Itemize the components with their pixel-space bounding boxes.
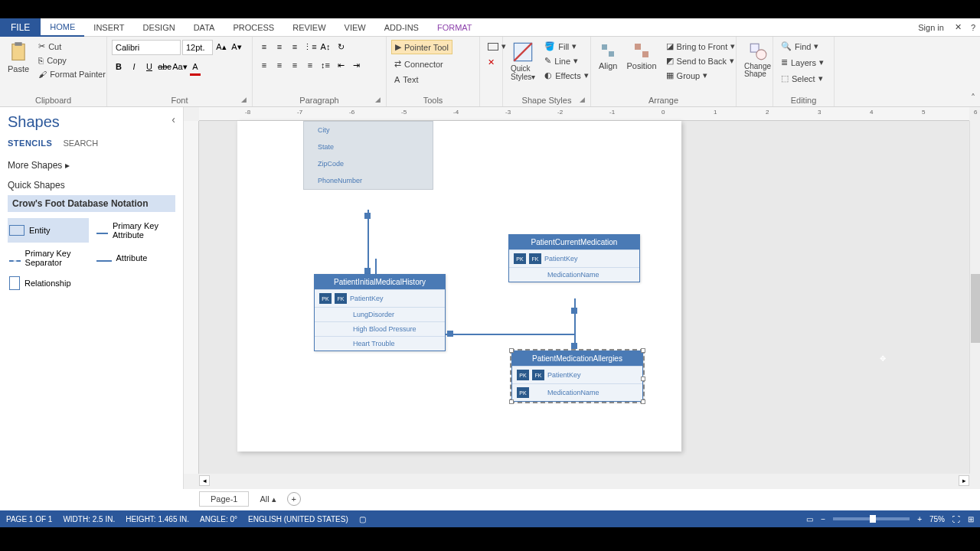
zoom-slider[interactable] [833, 517, 910, 520]
align-right-button[interactable]: ≡ [288, 58, 302, 72]
align-button[interactable]: Align [596, 40, 620, 72]
cut-button[interactable]: ✂Cut [35, 40, 109, 53]
find-button[interactable]: 🔍Find▾ [778, 40, 822, 53]
stencils-tab[interactable]: STENCILS [8, 139, 52, 148]
shape-pk-attribute[interactable]: Primary Key Attribute [95, 218, 176, 243]
status-language[interactable]: ENGLISH (UNITED STATES) [248, 515, 348, 523]
page-tab-1[interactable]: Page-1 [199, 491, 249, 507]
case-button[interactable]: Aa▾ [173, 60, 187, 73]
text-tool-button[interactable]: AText [391, 73, 422, 86]
shapes-panel-collapse[interactable]: ‹ [172, 113, 175, 126]
selection-handle[interactable] [509, 399, 514, 404]
font-name-combo[interactable] [112, 40, 181, 55]
scrollbar-vertical[interactable] [969, 121, 980, 474]
entity-current-medication[interactable]: PatientCurrentMedication PKFKPatientKey … [508, 234, 640, 282]
font-size-combo[interactable] [182, 40, 213, 55]
tab-data[interactable]: DATA [185, 19, 224, 36]
close-icon[interactable]: ✕ [950, 18, 966, 36]
entity-patient-address-partial[interactable]: City State ZipCode PhoneNumber [303, 121, 433, 190]
shape-pk-separator[interactable]: Primary Key Separator [8, 246, 89, 270]
group-button[interactable]: ▦Group▾ [663, 69, 739, 82]
bullets-button[interactable]: ⋮≡ [303, 40, 317, 54]
underline-button[interactable]: U [142, 60, 156, 73]
entity-medication-allergies[interactable]: PatientMedicationAllergies ✥ PKFKPatient… [511, 350, 643, 402]
copy-button[interactable]: ⎘Copy [35, 54, 109, 67]
tab-insert[interactable]: INSERT [84, 19, 133, 36]
connector-1b[interactable] [375, 259, 377, 274]
drawing-canvas[interactable]: City State ZipCode PhoneNumber PatientIn… [199, 121, 969, 474]
zoom-level[interactable]: 75% [929, 515, 945, 523]
scroll-right-button[interactable]: ▸ [959, 475, 969, 486]
presentation-mode-icon[interactable]: ▭ [806, 515, 813, 523]
zoom-in-button[interactable]: + [917, 515, 922, 523]
tab-view[interactable]: VIEW [335, 19, 375, 36]
strike-button[interactable]: abc [158, 60, 172, 73]
delete-tool-button[interactable]: ✕ [485, 56, 498, 69]
select-button[interactable]: ⬚Select▾ [778, 72, 826, 85]
quick-styles-button[interactable]: QuickStyles▾ [508, 40, 538, 83]
dec-indent-button[interactable]: ⇤ [334, 58, 348, 72]
selection-handle[interactable] [509, 348, 514, 353]
align-center-button[interactable]: ≡ [273, 58, 286, 72]
bring-front-button[interactable]: ◪Bring to Front▾ [663, 40, 739, 53]
rotate-text-button[interactable]: ↻ [334, 40, 348, 54]
text-direction-button[interactable]: A↕ [318, 40, 332, 54]
zoom-thumb[interactable] [870, 515, 876, 523]
quick-shapes-link[interactable]: Quick Shapes [8, 175, 175, 195]
line-spacing-button[interactable]: ↕≡ [318, 58, 332, 72]
stencil-crowsfoot[interactable]: Crow's Foot Database Notation [8, 195, 175, 212]
fit-page-icon[interactable]: ⛶ [952, 515, 960, 523]
paste-button[interactable]: Paste [5, 40, 32, 75]
align-bottom-button[interactable]: ≡ [288, 40, 302, 54]
justify-button[interactable]: ≡ [303, 58, 317, 72]
align-left-button[interactable]: ≡ [257, 58, 271, 72]
italic-button[interactable]: I [127, 60, 141, 73]
fill-button[interactable]: 🪣Fill▾ [541, 40, 591, 53]
shrink-font-button[interactable]: A▾ [230, 40, 243, 54]
shape-attribute[interactable]: Attribute [95, 246, 176, 270]
ribbon-collapse-button[interactable]: ˄ [971, 93, 975, 103]
scroll-left-button[interactable]: ◂ [199, 475, 210, 486]
layers-button[interactable]: ≣Layers▾ [778, 56, 827, 69]
shapestyles-dialog-launcher[interactable]: ◢ [580, 96, 589, 105]
shape-entity[interactable]: Entity [8, 218, 89, 243]
tab-home[interactable]: HOME [41, 18, 84, 37]
connector-2[interactable] [446, 334, 576, 335]
send-back-button[interactable]: ◩Send to Back▾ [663, 54, 739, 67]
selection-handle[interactable] [641, 348, 645, 353]
page-tab-all[interactable]: All ▴ [255, 492, 280, 507]
tab-review[interactable]: REVIEW [283, 19, 335, 36]
format-painter-button[interactable]: 🖌Format Painter [35, 68, 109, 80]
line-button[interactable]: ✎Line▾ [541, 54, 591, 67]
search-tab[interactable]: SEARCH [63, 139, 98, 148]
scrollbar-horizontal[interactable]: ◂ ▸ [199, 475, 969, 486]
page-tab-add[interactable]: + [287, 492, 301, 506]
tab-design[interactable]: DESIGN [133, 19, 184, 36]
more-shapes-link[interactable]: More Shapes ▸ [8, 155, 175, 175]
bold-button[interactable]: B [112, 60, 126, 73]
shape-relationship[interactable]: Relationship [8, 273, 89, 293]
tab-file[interactable]: FILE [0, 18, 41, 37]
tab-process[interactable]: PROCESS [224, 19, 283, 36]
inc-indent-button[interactable]: ⇥ [349, 58, 363, 72]
grow-font-button[interactable]: A▴ [214, 40, 228, 54]
signin-link[interactable]: Sign in [912, 19, 950, 36]
tab-addins[interactable]: ADD-INS [375, 19, 428, 36]
zoom-out-button[interactable]: − [821, 515, 825, 523]
font-dialog-launcher[interactable]: ◢ [241, 96, 250, 105]
drawing-page[interactable]: City State ZipCode PhoneNumber PatientIn… [237, 121, 681, 452]
effects-button[interactable]: ◐Effects▾ [541, 69, 591, 82]
align-top-button[interactable]: ≡ [257, 40, 271, 54]
change-shape-button[interactable]: Change Shape [741, 40, 774, 80]
pan-zoom-icon[interactable]: ⊞ [968, 515, 974, 523]
entity-initial-history[interactable]: PatientInitialMedicalHistory PKFKPatient… [314, 274, 446, 351]
tab-format[interactable]: FORMAT [428, 19, 482, 36]
connector-tool-button[interactable]: ⇄Connector [391, 57, 446, 70]
macro-record-icon[interactable]: ▢ [359, 515, 366, 523]
pointer-tool-button[interactable]: ▶Pointer Tool [391, 40, 452, 54]
selection-handle[interactable] [641, 377, 645, 381]
scrollbar-thumb[interactable] [971, 274, 980, 343]
font-color-button[interactable]: A [188, 60, 202, 73]
help-icon[interactable]: ? [966, 19, 980, 36]
position-button[interactable]: Position [623, 40, 659, 72]
